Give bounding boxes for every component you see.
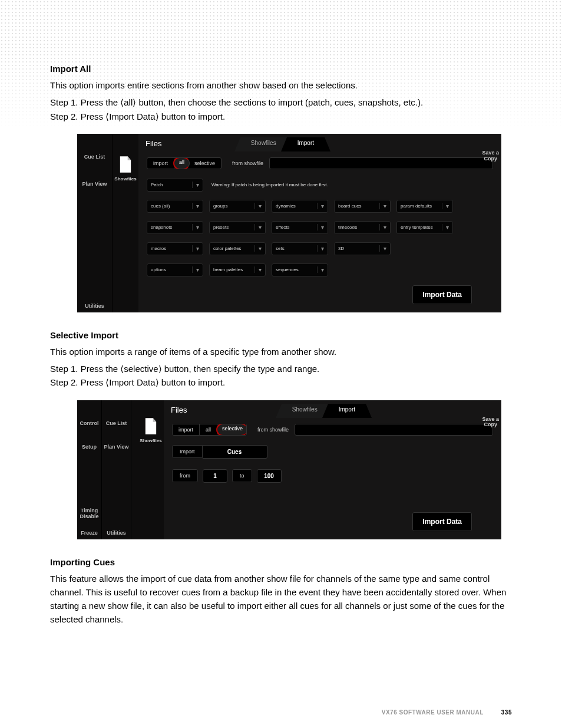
opt-label: snapshots bbox=[147, 225, 192, 230]
range-to-value[interactable]: 100 bbox=[257, 469, 282, 483]
from-showfile-input[interactable] bbox=[269, 157, 493, 169]
save-a-copy-button[interactable]: Save a Copy bbox=[482, 150, 499, 162]
opt-label: entry templates bbox=[397, 225, 442, 230]
opt-label: sequences bbox=[272, 267, 317, 272]
chevron-down-icon[interactable]: ▾ bbox=[442, 224, 452, 230]
file-icon[interactable] bbox=[119, 156, 132, 173]
opt-label: groups bbox=[210, 203, 254, 209]
opt-entry-templates[interactable]: entry templates▾ bbox=[396, 221, 453, 234]
import-mode-segment: import all selective bbox=[172, 424, 247, 436]
sidebar-item-utilities[interactable]: Utilities bbox=[102, 530, 131, 536]
opt-cues-all[interactable]: cues (all)▾ bbox=[147, 200, 203, 213]
save-a-text: Save a bbox=[482, 416, 499, 422]
sidebar-item-plan-view[interactable]: Plan View bbox=[77, 177, 112, 190]
from-showfile-label: from showfile bbox=[232, 160, 263, 166]
opt-label: cues (all) bbox=[147, 203, 192, 209]
chevron-down-icon[interactable]: ▾ bbox=[254, 245, 265, 252]
import-data-button[interactable]: Import Data bbox=[412, 285, 472, 304]
outer-sidebar-control[interactable]: Control bbox=[77, 417, 101, 430]
selective-import-type[interactable]: Cues bbox=[203, 445, 267, 459]
steps-import-all: Step 1. Press the ⟨all⟩ button, then cho… bbox=[50, 95, 512, 123]
opt-presets[interactable]: presets▾ bbox=[209, 221, 266, 234]
opt-label: sets bbox=[272, 246, 317, 251]
chevron-down-icon[interactable]: ▾ bbox=[379, 224, 390, 230]
range-from-value[interactable]: 1 bbox=[203, 469, 227, 483]
chevron-down-icon[interactable]: ▾ bbox=[317, 266, 328, 273]
import-options-grid: Patch▾ Warning: If patch is being import… bbox=[138, 170, 501, 276]
chevron-down-icon[interactable]: ▾ bbox=[442, 203, 452, 209]
selective-import-label[interactable]: Import bbox=[172, 445, 203, 458]
footer-manual-title: VX76 SOFTWARE USER MANUAL bbox=[382, 709, 484, 716]
file-icon[interactable] bbox=[144, 418, 157, 434]
opt-label: effects bbox=[272, 225, 317, 230]
sidebar-item-cue-list[interactable]: Cue List bbox=[102, 417, 131, 430]
range-from-label: from bbox=[172, 469, 198, 482]
heading-selective-import: Selective Import bbox=[50, 330, 512, 340]
outer-sidebar-freeze[interactable]: Freeze bbox=[77, 530, 101, 536]
sidebar-item-cue-list[interactable]: Cue List bbox=[77, 150, 112, 163]
opt-label: timecode bbox=[335, 225, 379, 230]
chevron-down-icon[interactable]: ▾ bbox=[192, 245, 203, 252]
tab-import[interactable]: Import bbox=[328, 404, 366, 418]
seg-all[interactable]: all bbox=[200, 424, 217, 435]
opt-3d[interactable]: 3D▾ bbox=[334, 242, 391, 255]
chevron-down-icon[interactable]: ▾ bbox=[254, 266, 265, 273]
heading-importing-cues: Importing Cues bbox=[50, 557, 512, 567]
tab-showfiles[interactable]: Showfiles bbox=[282, 404, 328, 418]
opt-groups[interactable]: groups▾ bbox=[209, 200, 266, 213]
opt-effects[interactable]: effects▾ bbox=[272, 221, 328, 234]
chevron-down-icon[interactable]: ▾ bbox=[379, 203, 390, 209]
seg-selective[interactable]: selective bbox=[216, 424, 247, 436]
opt-sequences[interactable]: sequences▾ bbox=[272, 263, 328, 276]
patch-warning: Warning: If patch is being imported it m… bbox=[209, 179, 328, 192]
chevron-down-icon[interactable]: ▾ bbox=[192, 266, 203, 273]
opt-patch[interactable]: Patch▾ bbox=[147, 179, 203, 192]
chevron-down-icon[interactable]: ▾ bbox=[317, 203, 328, 209]
opt-label: dynamics bbox=[272, 203, 317, 209]
step: Step 1. Press the ⟨selective⟩ button, th… bbox=[50, 362, 512, 375]
main-panel: Files Showfiles Import Save a Copy impor… bbox=[164, 400, 501, 539]
opt-label: presets bbox=[210, 225, 254, 230]
steps-selective-import: Step 1. Press the ⟨selective⟩ button, th… bbox=[50, 362, 512, 390]
seg-all[interactable]: all bbox=[173, 157, 190, 169]
chevron-down-icon[interactable]: ▾ bbox=[192, 203, 203, 209]
import-data-button[interactable]: Import Data bbox=[412, 512, 472, 531]
opt-label: param defaults bbox=[397, 203, 442, 209]
chevron-down-icon[interactable]: ▾ bbox=[192, 182, 203, 188]
opt-beam-palettes[interactable]: beam palettes▾ bbox=[209, 263, 266, 276]
opt-timecode[interactable]: timecode▾ bbox=[334, 221, 391, 234]
chevron-down-icon[interactable]: ▾ bbox=[254, 224, 265, 230]
opt-param-defaults[interactable]: param defaults▾ bbox=[396, 200, 453, 213]
sidebar-item-utilities[interactable]: Utilities bbox=[77, 303, 112, 309]
copy-text: Copy bbox=[484, 421, 497, 427]
seg-import[interactable]: import bbox=[173, 424, 200, 435]
opt-board-cues[interactable]: board cues▾ bbox=[334, 200, 391, 213]
opt-sets[interactable]: sets▾ bbox=[272, 242, 328, 255]
import-mode-segment: import all selective bbox=[147, 157, 222, 169]
chevron-down-icon[interactable]: ▾ bbox=[192, 224, 203, 230]
opt-dynamics[interactable]: dynamics▾ bbox=[272, 200, 328, 213]
showfiles-column: Showfiles bbox=[138, 400, 164, 539]
opt-label: macros bbox=[147, 246, 192, 251]
opt-snapshots[interactable]: snapshots▾ bbox=[147, 221, 203, 234]
chevron-down-icon[interactable]: ▾ bbox=[254, 203, 265, 209]
panel-title-files: Files bbox=[138, 139, 168, 151]
sidebar-item-plan-view[interactable]: Plan View bbox=[102, 440, 131, 453]
seg-import[interactable]: import bbox=[147, 158, 174, 169]
tab-showfiles[interactable]: Showfiles bbox=[240, 137, 287, 151]
screenshot-import-all: Cue List Plan View Utilities Showfiles F… bbox=[77, 134, 501, 312]
tab-import[interactable]: Import bbox=[287, 137, 325, 151]
outer-sidebar-setup[interactable]: Setup bbox=[77, 440, 101, 453]
chevron-down-icon[interactable]: ▾ bbox=[379, 245, 390, 252]
seg-selective[interactable]: selective bbox=[189, 158, 221, 169]
chevron-down-icon[interactable]: ▾ bbox=[317, 224, 328, 230]
save-a-copy-button[interactable]: Save a Copy bbox=[482, 417, 499, 429]
opt-color-palettes[interactable]: color palettes▾ bbox=[209, 242, 266, 255]
outer-sidebar-timing-disable[interactable]: TimingDisable bbox=[77, 504, 101, 523]
opt-macros[interactable]: macros▾ bbox=[147, 242, 203, 255]
opt-label: beam palettes bbox=[210, 267, 254, 272]
chevron-down-icon[interactable]: ▾ bbox=[317, 245, 328, 252]
from-showfile-input[interactable] bbox=[295, 424, 493, 436]
panel-title-files: Files bbox=[164, 406, 194, 418]
opt-options[interactable]: options▾ bbox=[147, 263, 203, 276]
